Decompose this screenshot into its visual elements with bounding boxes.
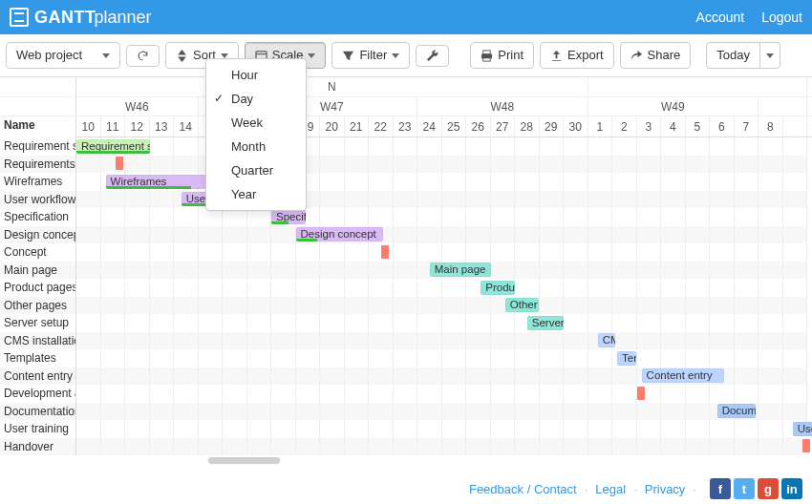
logout-link[interactable]: Logout: [761, 10, 802, 25]
privacy-link[interactable]: Privacy: [645, 482, 686, 496]
task-row: Content entry: [0, 368, 812, 386]
gplus-icon[interactable]: g: [758, 478, 779, 499]
task-row: Design concept: [0, 226, 812, 244]
task-row: User training: [0, 420, 812, 438]
scale-option-year[interactable]: Year: [206, 182, 306, 206]
day-cell: 24: [417, 116, 442, 136]
weeks-header: W46W47W48W49: [0, 97, 812, 116]
horizontal-scrollbar[interactable]: [208, 457, 280, 464]
scale-option-day[interactable]: ✓Day: [206, 87, 306, 111]
scale-option-month[interactable]: Month: [206, 135, 306, 158]
week-cell: W46: [76, 97, 199, 116]
legal-link[interactable]: Legal: [595, 482, 626, 496]
scale-option-week[interactable]: Week: [206, 111, 306, 135]
task-name[interactable]: Server setup: [0, 314, 76, 332]
task-row: Requirements: [0, 156, 812, 174]
export-label: Export: [567, 47, 604, 64]
share-label: Share: [648, 47, 681, 64]
task-name[interactable]: Requirement specification: [0, 137, 76, 156]
filter-button[interactable]: Filter: [331, 42, 410, 69]
gantt-body: Requirement specificationRequirementsWir…: [0, 137, 812, 465]
task-name[interactable]: Product pages: [0, 279, 76, 297]
week-cell: W48: [417, 97, 588, 116]
task-name[interactable]: Design concept: [0, 226, 76, 244]
brand[interactable]: GANTTplanner: [10, 8, 152, 28]
settings-button[interactable]: [416, 45, 449, 67]
task-name[interactable]: Requirements: [0, 156, 76, 174]
today-caret-button[interactable]: [760, 42, 780, 69]
scale-option-quarter[interactable]: Quarter: [206, 158, 306, 182]
project-selector[interactable]: Web project: [6, 42, 120, 69]
task-row: Templates: [0, 349, 812, 368]
share-icon: [630, 50, 643, 62]
task-row: Documentation: [0, 403, 812, 421]
brand-bold: GANTT: [34, 8, 96, 27]
brand-light: planner: [95, 8, 152, 27]
print-icon: [481, 50, 493, 62]
task-name[interactable]: User training: [0, 420, 76, 438]
share-button[interactable]: Share: [620, 42, 692, 69]
task-name[interactable]: Documentation: [0, 403, 76, 421]
days-header: Name101112131417181920212223242526272829…: [0, 116, 812, 137]
print-button[interactable]: Print: [470, 42, 534, 69]
day-cell: 14: [174, 116, 199, 136]
task-name[interactable]: Wireframes: [0, 173, 76, 191]
day-cell: 1: [588, 116, 613, 136]
day-cell: 11: [101, 116, 126, 136]
name-column-header: Name: [0, 116, 76, 137]
month-cell: [588, 77, 808, 96]
task-row: Server setup: [0, 314, 812, 332]
account-link[interactable]: Account: [696, 10, 745, 25]
export-button[interactable]: Export: [540, 42, 614, 69]
today-button[interactable]: Today: [706, 42, 760, 69]
task-name[interactable]: Main page: [0, 262, 76, 280]
filter-icon: [342, 50, 354, 62]
facebook-icon[interactable]: f: [710, 478, 731, 499]
task-row: Development & Setup: [0, 385, 812, 403]
caret-icon: [392, 53, 399, 58]
caret-icon: [102, 53, 110, 58]
wrench-icon: [426, 50, 438, 62]
gantt-chart: N W46W47W48W49 Name101112131417181920212…: [0, 76, 812, 465]
social-icons: ftgin: [710, 478, 802, 499]
footer: Feedback / Contact · Legal · Privacy · f…: [0, 465, 812, 504]
task-name[interactable]: Other pages: [0, 297, 76, 315]
scale-option-hour[interactable]: Hour: [206, 63, 306, 87]
linkedin-icon[interactable]: in: [781, 478, 802, 499]
feedback-link[interactable]: Feedback / Contact: [469, 482, 577, 496]
day-cell: 7: [735, 116, 759, 136]
task-name[interactable]: Handover: [0, 438, 76, 456]
refresh-button[interactable]: [126, 45, 160, 67]
print-label: Print: [498, 47, 524, 64]
task-name[interactable]: User workflows: [0, 191, 76, 209]
sort-icon: [176, 50, 188, 62]
day-cell: 5: [686, 116, 711, 136]
brand-icon: [10, 8, 29, 27]
day-cell: 4: [661, 116, 686, 136]
task-name[interactable]: CMS installation: [0, 332, 76, 350]
task-name[interactable]: Specification: [0, 208, 76, 226]
day-cell: [783, 116, 808, 136]
task-name[interactable]: Concept: [0, 243, 76, 262]
week-cell: W49: [588, 97, 759, 116]
months-header: N: [0, 76, 812, 97]
task-row: Handover: [0, 438, 812, 456]
month-cell: N: [76, 77, 588, 96]
export-icon: [550, 50, 563, 62]
day-cell: 12: [125, 116, 150, 136]
twitter-icon[interactable]: t: [734, 478, 755, 499]
day-cell: 25: [442, 116, 467, 136]
task-row: Product pages: [0, 279, 812, 297]
task-row: User workflows: [0, 191, 812, 209]
task-name[interactable]: Templates: [0, 349, 76, 368]
svg-rect-2: [483, 50, 490, 53]
task-name[interactable]: Content entry: [0, 368, 76, 386]
task-name[interactable]: Development & Setup: [0, 385, 76, 403]
day-cell: 21: [345, 116, 370, 136]
day-cell: 26: [466, 116, 491, 136]
refresh-icon: [137, 50, 149, 62]
scale-dropdown: Hour✓DayWeekMonthQuarterYear: [205, 58, 307, 211]
day-cell: 27: [491, 116, 516, 136]
day-cell: 6: [710, 116, 735, 136]
check-icon: ✓: [214, 92, 224, 105]
